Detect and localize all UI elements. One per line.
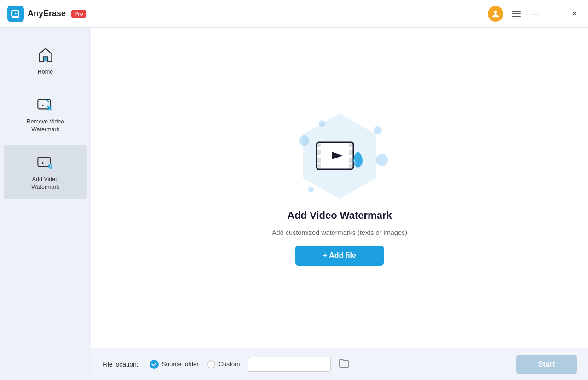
sidebar-item-add-label: Add VideoWatermark bbox=[31, 175, 59, 192]
svg-rect-9 bbox=[317, 142, 321, 147]
radio-group: Source folder Custom bbox=[150, 357, 350, 372]
main-layout: Home Remove VideoWatermark Add VideoWate… bbox=[0, 28, 588, 380]
maximize-button[interactable]: □ bbox=[548, 7, 561, 20]
svg-rect-15 bbox=[349, 158, 353, 163]
svg-rect-2 bbox=[44, 57, 47, 61]
window-controls: — □ ✕ bbox=[488, 6, 581, 22]
deco-circle-2 bbox=[319, 120, 325, 127]
pro-badge: Pro bbox=[71, 10, 86, 18]
add-watermark-icon bbox=[36, 153, 55, 172]
center-area: Add Video Watermark Add customized water… bbox=[91, 28, 588, 348]
sidebar-item-remove-video-watermark[interactable]: Remove VideoWatermark bbox=[4, 88, 87, 141]
start-button[interactable]: Start bbox=[516, 355, 577, 374]
custom-label: Custom bbox=[219, 361, 240, 368]
close-button[interactable]: ✕ bbox=[568, 7, 581, 20]
app-name: AnyErase bbox=[28, 9, 66, 18]
titlebar: AnyErase Pro — □ ✕ bbox=[0, 0, 588, 28]
bottom-bar: File location: Source folder Custom bbox=[91, 348, 588, 380]
browse-folder-button[interactable] bbox=[339, 358, 349, 370]
app-icon bbox=[7, 6, 24, 22]
deco-circle-3 bbox=[374, 126, 382, 134]
custom-path-input[interactable] bbox=[248, 357, 331, 372]
home-icon bbox=[36, 46, 55, 64]
custom-option[interactable]: Custom bbox=[207, 360, 240, 368]
content-area: Add Video Watermark Add customized water… bbox=[91, 28, 588, 380]
svg-rect-12 bbox=[317, 164, 321, 169]
sidebar-item-home[interactable]: Home bbox=[4, 38, 87, 84]
svg-rect-5 bbox=[38, 157, 50, 166]
svg-rect-13 bbox=[349, 142, 353, 147]
deco-circle-4 bbox=[376, 154, 388, 166]
add-file-button[interactable]: + Add file bbox=[295, 246, 384, 266]
menu-button[interactable] bbox=[510, 9, 523, 19]
svg-point-1 bbox=[494, 10, 497, 13]
logo: AnyErase Pro bbox=[7, 6, 86, 22]
file-location-label: File location: bbox=[102, 361, 138, 368]
hero-graphic bbox=[289, 110, 390, 202]
source-folder-radio bbox=[150, 360, 159, 369]
user-avatar-button[interactable] bbox=[488, 6, 503, 22]
custom-radio bbox=[207, 360, 215, 368]
svg-rect-16 bbox=[349, 164, 353, 169]
svg-rect-10 bbox=[317, 150, 321, 155]
main-subtitle: Add customized watermarks (texts or imag… bbox=[272, 229, 407, 236]
sidebar-item-add-video-watermark[interactable]: Add VideoWatermark bbox=[4, 145, 87, 199]
source-folder-label: Source folder bbox=[162, 361, 199, 368]
svg-rect-14 bbox=[349, 150, 353, 155]
sidebar-item-home-label: Home bbox=[38, 68, 53, 76]
remove-watermark-icon bbox=[36, 96, 55, 114]
minimize-button[interactable]: — bbox=[529, 7, 542, 20]
sidebar: Home Remove VideoWatermark Add VideoWate… bbox=[0, 28, 91, 380]
deco-circle-5 bbox=[308, 187, 314, 192]
main-title: Add Video Watermark bbox=[287, 210, 392, 222]
video-watermark-icon bbox=[314, 135, 365, 177]
source-folder-option[interactable]: Source folder bbox=[150, 360, 199, 369]
sidebar-item-remove-label: Remove VideoWatermark bbox=[27, 118, 64, 134]
deco-circle-1 bbox=[299, 135, 309, 146]
svg-rect-11 bbox=[317, 158, 321, 163]
